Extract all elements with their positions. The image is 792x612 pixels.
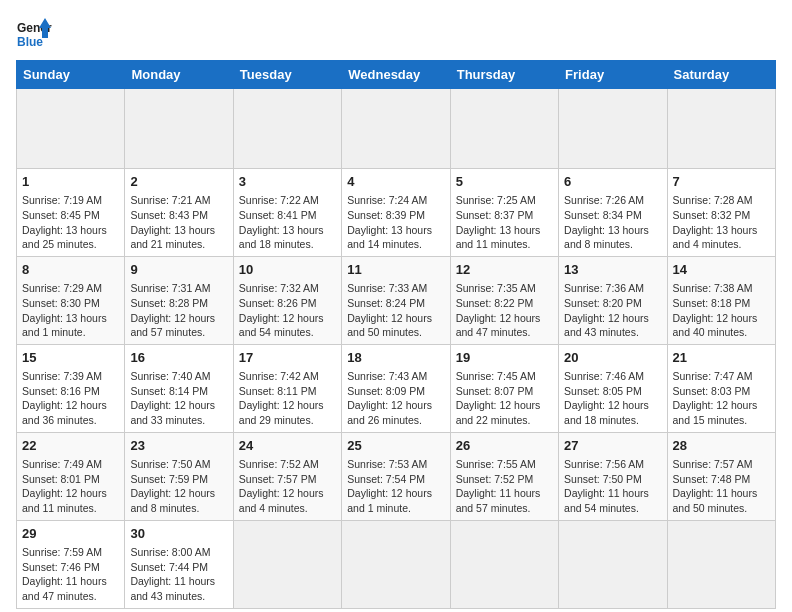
cell-info-line: Sunset: 7:54 PM (347, 472, 444, 487)
cell-info-line: Sunrise: 7:39 AM (22, 369, 119, 384)
calendar-cell (559, 520, 667, 608)
calendar-cell (342, 520, 450, 608)
cell-info-line: Daylight: 13 hours and 21 minutes. (130, 223, 227, 252)
calendar-week-2: 8Sunrise: 7:29 AMSunset: 8:30 PMDaylight… (17, 256, 776, 344)
day-number: 17 (239, 349, 336, 367)
day-number: 28 (673, 437, 770, 455)
cell-info-line: Sunrise: 7:57 AM (673, 457, 770, 472)
cell-info-line: Daylight: 12 hours and 57 minutes. (130, 311, 227, 340)
day-number: 2 (130, 173, 227, 191)
cell-info-line: Sunrise: 7:42 AM (239, 369, 336, 384)
day-number: 22 (22, 437, 119, 455)
cell-info-line: Daylight: 12 hours and 22 minutes. (456, 398, 553, 427)
cell-info-line: Sunrise: 7:32 AM (239, 281, 336, 296)
cell-info-line: Daylight: 12 hours and 11 minutes. (22, 486, 119, 515)
calendar-week-1: 1Sunrise: 7:19 AMSunset: 8:45 PMDaylight… (17, 169, 776, 257)
cell-info-line: Daylight: 12 hours and 40 minutes. (673, 311, 770, 340)
cell-info-line: Sunset: 8:22 PM (456, 296, 553, 311)
day-number: 7 (673, 173, 770, 191)
day-number: 11 (347, 261, 444, 279)
cell-info-line: Sunset: 7:57 PM (239, 472, 336, 487)
cell-info-line: Sunrise: 7:36 AM (564, 281, 661, 296)
cell-info-line: Sunset: 8:39 PM (347, 208, 444, 223)
page-header: General Blue (16, 16, 776, 52)
calendar-cell: 17Sunrise: 7:42 AMSunset: 8:11 PMDayligh… (233, 344, 341, 432)
cell-info-line: Sunset: 8:16 PM (22, 384, 119, 399)
cell-info-line: Sunrise: 7:40 AM (130, 369, 227, 384)
cell-info-line: Sunrise: 7:49 AM (22, 457, 119, 472)
cell-info-line: Sunset: 8:20 PM (564, 296, 661, 311)
cell-info-line: Daylight: 12 hours and 33 minutes. (130, 398, 227, 427)
cell-info-line: Sunset: 7:46 PM (22, 560, 119, 575)
day-header-monday: Monday (125, 61, 233, 89)
cell-info-line: Sunrise: 7:22 AM (239, 193, 336, 208)
svg-text:Blue: Blue (17, 35, 43, 49)
calendar-cell: 22Sunrise: 7:49 AMSunset: 8:01 PMDayligh… (17, 432, 125, 520)
calendar-cell: 25Sunrise: 7:53 AMSunset: 7:54 PMDayligh… (342, 432, 450, 520)
calendar-cell (667, 89, 775, 169)
cell-info-line: Sunrise: 7:21 AM (130, 193, 227, 208)
cell-info-line: Sunset: 7:48 PM (673, 472, 770, 487)
cell-info-line: Sunset: 8:24 PM (347, 296, 444, 311)
cell-info-line: Sunset: 8:32 PM (673, 208, 770, 223)
day-number: 12 (456, 261, 553, 279)
cell-info-line: Sunrise: 7:24 AM (347, 193, 444, 208)
cell-info-line: Daylight: 11 hours and 50 minutes. (673, 486, 770, 515)
calendar-cell (667, 520, 775, 608)
day-number: 15 (22, 349, 119, 367)
day-number: 9 (130, 261, 227, 279)
cell-info-line: Sunrise: 7:26 AM (564, 193, 661, 208)
calendar-cell: 9Sunrise: 7:31 AMSunset: 8:28 PMDaylight… (125, 256, 233, 344)
cell-info-line: Sunset: 8:07 PM (456, 384, 553, 399)
cell-info-line: Sunset: 8:18 PM (673, 296, 770, 311)
calendar-cell: 10Sunrise: 7:32 AMSunset: 8:26 PMDayligh… (233, 256, 341, 344)
cell-info-line: Daylight: 13 hours and 4 minutes. (673, 223, 770, 252)
cell-info-line: Sunset: 8:11 PM (239, 384, 336, 399)
cell-info-line: Daylight: 12 hours and 26 minutes. (347, 398, 444, 427)
calendar-cell: 28Sunrise: 7:57 AMSunset: 7:48 PMDayligh… (667, 432, 775, 520)
calendar-cell (233, 89, 341, 169)
cell-info-line: Sunset: 8:05 PM (564, 384, 661, 399)
calendar-cell: 30Sunrise: 8:00 AMSunset: 7:44 PMDayligh… (125, 520, 233, 608)
cell-info-line: Sunrise: 7:31 AM (130, 281, 227, 296)
calendar-cell: 24Sunrise: 7:52 AMSunset: 7:57 PMDayligh… (233, 432, 341, 520)
calendar-week-3: 15Sunrise: 7:39 AMSunset: 8:16 PMDayligh… (17, 344, 776, 432)
day-number: 26 (456, 437, 553, 455)
calendar-week-4: 22Sunrise: 7:49 AMSunset: 8:01 PMDayligh… (17, 432, 776, 520)
calendar-cell (450, 520, 558, 608)
cell-info-line: Daylight: 13 hours and 25 minutes. (22, 223, 119, 252)
cell-info-line: Sunset: 8:37 PM (456, 208, 553, 223)
calendar-cell: 16Sunrise: 7:40 AMSunset: 8:14 PMDayligh… (125, 344, 233, 432)
calendar-cell: 7Sunrise: 7:28 AMSunset: 8:32 PMDaylight… (667, 169, 775, 257)
cell-info-line: Sunset: 7:59 PM (130, 472, 227, 487)
cell-info-line: Daylight: 12 hours and 29 minutes. (239, 398, 336, 427)
calendar-cell: 19Sunrise: 7:45 AMSunset: 8:07 PMDayligh… (450, 344, 558, 432)
cell-info-line: Sunrise: 7:46 AM (564, 369, 661, 384)
cell-info-line: Sunrise: 7:55 AM (456, 457, 553, 472)
calendar-cell (233, 520, 341, 608)
cell-info-line: Sunrise: 7:29 AM (22, 281, 119, 296)
cell-info-line: Sunrise: 7:38 AM (673, 281, 770, 296)
calendar-week-5: 29Sunrise: 7:59 AMSunset: 7:46 PMDayligh… (17, 520, 776, 608)
cell-info-line: Daylight: 12 hours and 8 minutes. (130, 486, 227, 515)
calendar-cell: 8Sunrise: 7:29 AMSunset: 8:30 PMDaylight… (17, 256, 125, 344)
cell-info-line: Daylight: 12 hours and 1 minute. (347, 486, 444, 515)
day-number: 1 (22, 173, 119, 191)
calendar-cell: 27Sunrise: 7:56 AMSunset: 7:50 PMDayligh… (559, 432, 667, 520)
cell-info-line: Sunrise: 7:43 AM (347, 369, 444, 384)
cell-info-line: Daylight: 12 hours and 18 minutes. (564, 398, 661, 427)
cell-info-line: Sunset: 8:30 PM (22, 296, 119, 311)
cell-info-line: Sunset: 8:09 PM (347, 384, 444, 399)
day-number: 29 (22, 525, 119, 543)
calendar-cell: 13Sunrise: 7:36 AMSunset: 8:20 PMDayligh… (559, 256, 667, 344)
calendar-cell (17, 89, 125, 169)
cell-info-line: Daylight: 11 hours and 43 minutes. (130, 574, 227, 603)
calendar-week-0 (17, 89, 776, 169)
day-header-wednesday: Wednesday (342, 61, 450, 89)
calendar-cell: 29Sunrise: 7:59 AMSunset: 7:46 PMDayligh… (17, 520, 125, 608)
cell-info-line: Sunset: 8:28 PM (130, 296, 227, 311)
calendar-cell: 4Sunrise: 7:24 AMSunset: 8:39 PMDaylight… (342, 169, 450, 257)
cell-info-line: Sunrise: 7:59 AM (22, 545, 119, 560)
calendar-cell (125, 89, 233, 169)
day-number: 4 (347, 173, 444, 191)
